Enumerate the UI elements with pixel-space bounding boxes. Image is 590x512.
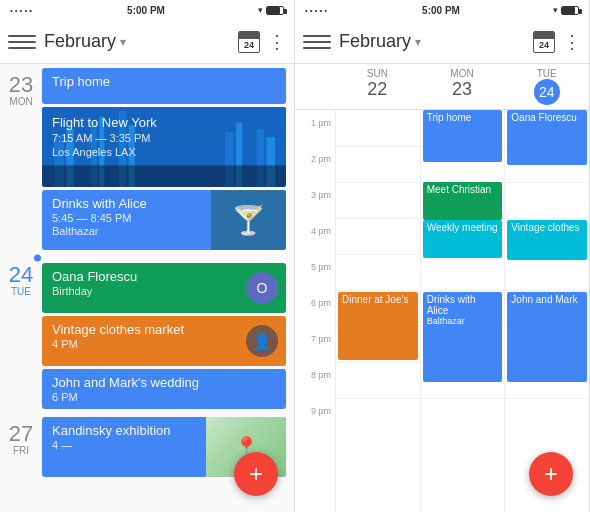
fab-button-right[interactable]: + <box>529 452 573 496</box>
time-7pm: 7 pm <box>295 332 335 368</box>
toolbar-actions: 24 ⋮ <box>238 31 286 53</box>
battery-icon-r <box>561 6 579 15</box>
menu-icon[interactable] <box>8 28 36 56</box>
toolbar-actions-r: 24 ⋮ <box>533 31 581 53</box>
chevron-down-icon: ▾ <box>120 35 126 49</box>
oana-label: Oana Florescu <box>511 112 583 123</box>
day-name-23: Mon <box>0 96 42 107</box>
more-icon[interactable]: ⋮ <box>268 31 286 53</box>
week-event-wedding-w[interactable]: John and Mark <box>507 292 587 382</box>
avatar-icon: 👤 <box>252 332 272 351</box>
time-9pm: 9 pm <box>295 404 335 440</box>
event-title: Trip home <box>52 74 276 89</box>
chevron-down-icon-r: ▾ <box>415 35 421 49</box>
vintage-label: Vintage clothes <box>511 222 583 233</box>
day-name-24: Tue <box>0 286 42 297</box>
day-num-27: 27 <box>0 423 42 445</box>
list-scroll[interactable]: 23 Mon Trip home <box>0 64 294 512</box>
event-wedding[interactable]: John and Mark's wedding 6 PM <box>42 369 286 409</box>
week-event-vintage-w[interactable]: Vintage clothes <box>507 220 587 260</box>
wedding-time: 6 PM <box>52 391 276 403</box>
wh-name-mon: Mon <box>420 68 505 79</box>
week-event-oana[interactable]: Oana Florescu <box>507 110 587 165</box>
wifi-icon: ▾ <box>258 5 263 15</box>
week-event-trip[interactable]: Trip home <box>423 110 503 162</box>
time-4pm: 4 pm <box>295 224 335 260</box>
flight-loc: Los Angeles LAX <box>52 146 276 158</box>
week-event-weekly[interactable]: Weekly meeting <box>423 220 503 258</box>
cocktail-icon: 🍸 <box>231 204 266 237</box>
time-3pm: 3 pm <box>295 188 335 224</box>
battery-area-r: ▾ <box>553 5 579 15</box>
wh-day-sun[interactable]: Sun 22 <box>335 68 420 109</box>
dinner-label: Dinner at Joe's <box>342 294 414 305</box>
battery-icon <box>266 6 284 15</box>
cal-icon-top-r <box>534 32 554 39</box>
week-event-dinner[interactable]: Dinner at Joe's <box>338 292 418 360</box>
more-icon-r[interactable]: ⋮ <box>563 31 581 53</box>
week-header: Sun 22 Mon 23 Tue 24 <box>295 64 589 110</box>
day-col-mon: Trip home Meet Christian Weekly meeting … <box>420 110 505 512</box>
cal-icon-top <box>239 32 259 39</box>
time-col: 1 pm 2 pm 3 pm 4 pm 5 pm 6 pm 7 pm 8 pm … <box>295 110 335 512</box>
day-label-23: 23 Mon <box>0 64 42 254</box>
birthday-sub: Birthday <box>52 285 276 297</box>
signal-dots: ••••• <box>10 6 34 15</box>
time-1pm: 1 pm <box>295 116 335 152</box>
event-flight[interactable]: Flight to New York 7:15 AM — 3:35 PM Los… <box>42 107 286 187</box>
month-title-right: February <box>339 31 411 52</box>
cal-icon-num: 24 <box>239 39 259 52</box>
today-dot <box>34 255 41 262</box>
drinks-label: Drinks with Alice <box>427 294 499 316</box>
day-section-23: 23 Mon Trip home <box>0 64 294 254</box>
time-5pm: 5 pm <box>295 260 335 296</box>
left-phone: ••••• 5:00 PM ▾ February ▾ 24 ⋮ 23 <box>0 0 295 512</box>
fab-button[interactable]: + <box>234 452 278 496</box>
avatar-oana: O <box>246 272 278 304</box>
event-birthday[interactable]: Oana Florescu Birthday O <box>42 263 286 313</box>
battery-area: ▾ <box>258 5 284 15</box>
event-drinks[interactable]: Drinks with Alice 5:45 — 8:45 PM Balthaz… <box>42 190 286 250</box>
drinks-sub: Balthazar <box>427 316 499 326</box>
birthday-title: Oana Florescu <box>52 269 276 284</box>
week-event-christian[interactable]: Meet Christian <box>423 182 503 220</box>
calendar-icon-r[interactable]: 24 <box>533 31 555 53</box>
day-label-24: 24 Tue <box>0 254 42 413</box>
signal-dots-r: ••••• <box>305 6 329 15</box>
month-title-left: February <box>44 31 116 52</box>
right-phone: ••••• 5:00 PM ▾ February ▾ 24 ⋮ Sun 22 <box>295 0 590 512</box>
week-event-drinks-w[interactable]: Drinks with Alice Balthazar <box>423 292 503 382</box>
cal-icon-num-r: 24 <box>534 39 554 52</box>
calendar-icon[interactable]: 24 <box>238 31 260 53</box>
toolbar-title-right[interactable]: February ▾ <box>339 31 533 52</box>
flight-content: Flight to New York 7:15 AM — 3:35 PM Los… <box>42 107 286 166</box>
vintage-title: Vintage clothes market <box>52 322 276 337</box>
toolbar-right: February ▾ 24 ⋮ <box>295 20 589 64</box>
wh-day-mon[interactable]: Mon 23 <box>420 68 505 109</box>
day-name-27: Fri <box>0 445 42 456</box>
event-trip-home[interactable]: Trip home <box>42 68 286 104</box>
wh-num-tue: 24 <box>534 79 560 105</box>
event-vintage[interactable]: Vintage clothes market 4 PM 👤 <box>42 316 286 366</box>
flight-title: Flight to New York <box>52 115 276 130</box>
weekly-label: Weekly meeting <box>427 222 499 233</box>
status-bar-right: ••••• 5:00 PM ▾ <box>295 0 589 20</box>
avatar-vintage: 👤 <box>246 325 278 357</box>
wh-num-mon: 23 <box>420 79 505 100</box>
wh-day-tue[interactable]: Tue 24 <box>504 68 589 109</box>
toolbar-title-left[interactable]: February ▾ <box>44 31 238 52</box>
day-num-23: 23 <box>0 74 42 96</box>
time-6pm: 6 pm <box>295 296 335 332</box>
wh-num-sun: 22 <box>335 79 420 100</box>
svg-rect-15 <box>42 165 286 187</box>
status-bar-left: ••••• 5:00 PM ▾ <box>0 0 294 20</box>
wedding-title: John and Mark's wedding <box>52 375 276 390</box>
toolbar-left: February ▾ 24 ⋮ <box>0 20 294 64</box>
menu-icon-r[interactable] <box>303 28 331 56</box>
day-col-sun: Dinner at Joe's <box>335 110 420 512</box>
time-8pm: 8 pm <box>295 368 335 404</box>
christian-label: Meet Christian <box>427 184 499 195</box>
trip-label: Trip home <box>427 112 499 123</box>
time-right: 5:00 PM <box>422 5 460 16</box>
day-section-24: 24 Tue Oana Florescu Birthday O Vintage <box>0 254 294 413</box>
